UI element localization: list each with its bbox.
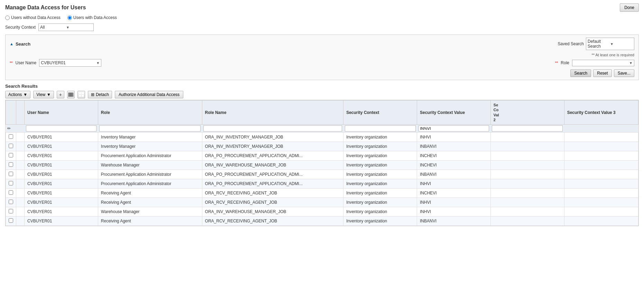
view-button[interactable]: View ▼	[33, 91, 54, 98]
row-sc-value-2-3	[490, 161, 564, 170]
svg-rect-6	[79, 95, 81, 97]
search-button[interactable]: Search	[570, 69, 591, 77]
security-context-select[interactable]: All ▼	[38, 23, 94, 31]
collapse-icon: ▲	[10, 42, 13, 46]
row-edit-3	[16, 161, 25, 170]
reset-button[interactable]: Reset	[593, 69, 611, 77]
radio-with-data-access[interactable]: Users with Data Access	[67, 15, 117, 20]
row-role-name-6: ORA_RCV_RECEIVING_AGENT_JOB	[202, 189, 343, 198]
row-checkbox-0[interactable]	[6, 133, 16, 142]
row-select-6[interactable]	[9, 190, 13, 195]
filter-role-name-cell	[202, 125, 343, 133]
row-sc-value-3: INCHEVI	[417, 161, 491, 170]
row-user-name-0: CVBUYER01	[25, 133, 98, 142]
user-name-dropdown-icon: ▼	[96, 61, 100, 65]
row-select-0[interactable]	[9, 134, 13, 139]
row-select-3[interactable]	[9, 162, 13, 167]
row-sc-value-9: INBANVI	[417, 217, 491, 226]
row-checkbox-6[interactable]	[6, 189, 16, 198]
filter-sc-input[interactable]	[345, 125, 416, 132]
role-input[interactable]: ▼	[572, 60, 634, 66]
row-select-2[interactable]	[9, 153, 13, 157]
search-section-title[interactable]: ▲ Search	[10, 41, 30, 47]
row-edit-6	[16, 189, 25, 198]
row-select-7[interactable]	[9, 200, 13, 204]
row-checkbox-1[interactable]	[6, 142, 16, 151]
row-sc-value-2-1	[490, 142, 564, 151]
row-sc-8: Inventory organization	[343, 207, 417, 217]
row-checkbox-2[interactable]	[6, 151, 16, 161]
row-select-9[interactable]	[9, 218, 13, 223]
add-row-icon[interactable]: +	[57, 91, 64, 98]
radio-with-label: Users with Data Access	[73, 15, 117, 20]
detach-button[interactable]: ⊞ Detach	[88, 91, 112, 98]
row-sc-value-2-7	[490, 198, 564, 207]
row-checkbox-9[interactable]	[6, 217, 16, 226]
detach-icon: ⊞	[91, 92, 94, 97]
user-name-value: CVBUYER01	[41, 60, 65, 65]
row-sc-value-6: INCHEVI	[417, 189, 491, 198]
manage-columns-icon[interactable]	[67, 91, 75, 98]
filter-sc-value-input[interactable]	[418, 125, 489, 132]
row-select-1[interactable]	[9, 144, 13, 148]
row-select-8[interactable]	[9, 209, 13, 213]
row-sc-value-3-7	[564, 198, 638, 207]
row-user-name-7: CVBUYER01	[25, 198, 98, 207]
row-sc-5: Inventory organization	[343, 179, 417, 189]
row-checkbox-4[interactable]	[6, 170, 16, 179]
filter-role-input[interactable]	[99, 125, 201, 132]
row-role-8: Warehouse Manager	[98, 207, 202, 217]
radio-without-input[interactable]	[5, 16, 10, 20]
row-sc-7: Inventory organization	[343, 198, 417, 207]
grid-view-icon[interactable]	[77, 91, 85, 98]
save-button[interactable]: Save...	[614, 69, 634, 77]
actions-button[interactable]: Actions ▼	[5, 91, 30, 98]
table-row: CVBUYER01 Warehouse Manager ORA_INV_WARE…	[6, 161, 638, 170]
page-title: Manage Data Access for Users	[5, 4, 86, 11]
edit-pencil-icon[interactable]: ✏	[7, 126, 11, 131]
filter-sc-value-3-cell	[564, 125, 638, 133]
saved-search-select[interactable]: Default Search ▼	[586, 38, 634, 50]
radio-with-input[interactable]	[67, 16, 72, 20]
row-sc-value-2-9	[490, 217, 564, 226]
row-role-7: Receiving Agent	[98, 198, 202, 207]
row-sc-0: Inventory organization	[343, 133, 417, 142]
row-role-5: Procurement Application Administrator	[98, 179, 202, 189]
done-button[interactable]: Done	[620, 3, 639, 12]
row-sc-value-2-4	[490, 170, 564, 179]
row-edit-1	[16, 142, 25, 151]
filter-sc-value-2-input[interactable]	[492, 125, 563, 132]
row-checkbox-7[interactable]	[6, 198, 16, 207]
table-row: CVBUYER01 Receiving Agent ORA_RCV_RECEIV…	[6, 217, 638, 226]
radio-without-data-access[interactable]: Users without Data Access	[5, 15, 61, 20]
filter-row: ✏	[6, 125, 638, 133]
row-role-name-8: ORA_INV_WAREHOUSE_MANAGER_JOB	[202, 207, 343, 217]
row-sc-value-2: INCHEVI	[417, 151, 491, 161]
row-role-9: Receiving Agent	[98, 217, 202, 226]
row-checkbox-8[interactable]	[6, 207, 16, 217]
row-sc-value-3-1	[564, 142, 638, 151]
row-checkbox-5[interactable]	[6, 179, 16, 189]
row-role-name-0: ORA_INV_INVENTORY_MANAGER_JOB	[202, 133, 343, 142]
filter-checkbox-cell: ✏	[6, 125, 16, 133]
row-select-5[interactable]	[9, 181, 13, 185]
search-section: ▲ Search Saved Search Default Search ▼ *…	[5, 35, 639, 80]
view-dropdown-icon: ▼	[47, 92, 51, 97]
user-name-required-star: **	[10, 61, 13, 65]
authorize-button[interactable]: Authorize Additional Data Access	[115, 91, 183, 98]
role-field: ** Role ▼	[555, 60, 634, 66]
user-name-field: ** User Name CVBUYER01 ▼	[10, 59, 101, 67]
filter-role-name-input[interactable]	[203, 125, 342, 132]
row-checkbox-3[interactable]	[6, 161, 16, 170]
row-role-name-3: ORA_INV_WAREHOUSE_MANAGER_JOB	[202, 161, 343, 170]
row-edit-5	[16, 179, 25, 189]
row-user-name-9: CVBUYER01	[25, 217, 98, 226]
svg-rect-0	[68, 93, 70, 97]
user-name-input[interactable]: CVBUYER01 ▼	[39, 59, 101, 67]
filter-user-name-input[interactable]	[26, 125, 97, 132]
svg-rect-5	[82, 93, 84, 94]
saved-search-arrow-icon: ▼	[610, 42, 633, 46]
col-role-header: Role	[98, 100, 202, 125]
table-row: CVBUYER01 Receiving Agent ORA_RCV_RECEIV…	[6, 198, 638, 207]
row-select-4[interactable]	[9, 172, 13, 176]
